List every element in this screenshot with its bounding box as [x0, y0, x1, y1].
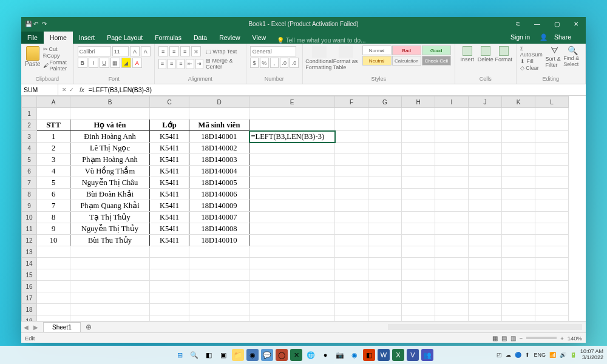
cell[interactable]: Lê Thị Ngọc — [70, 143, 150, 154]
align-mid-button[interactable]: ≡ — [169, 46, 179, 56]
cell[interactable] — [189, 269, 249, 281]
cell[interactable] — [335, 304, 368, 315]
cell[interactable] — [70, 108, 150, 120]
cell[interactable] — [502, 315, 535, 322]
cell[interactable] — [535, 177, 569, 189]
cell[interactable]: K54I1 — [150, 235, 189, 246]
align-right-button[interactable]: ≡ — [177, 59, 185, 69]
row-header[interactable]: 3 — [22, 131, 37, 143]
align-bot-button[interactable]: ≡ — [180, 46, 190, 56]
tray-icon[interactable]: ⬆ — [525, 352, 530, 358]
volume-icon[interactable]: 🔊 — [560, 352, 566, 358]
cell[interactable] — [249, 189, 335, 200]
cell[interactable] — [368, 269, 402, 281]
row-header[interactable]: 19 — [22, 315, 37, 322]
cell[interactable] — [435, 212, 469, 223]
cell[interactable] — [368, 200, 402, 212]
zoom-slider[interactable] — [526, 337, 557, 339]
cell[interactable] — [335, 212, 368, 223]
chrome-icon[interactable]: ● — [319, 349, 331, 361]
cell[interactable]: K54I1 — [150, 177, 189, 189]
cell[interactable] — [535, 189, 569, 200]
cell[interactable] — [249, 223, 335, 235]
cell[interactable] — [368, 189, 402, 200]
underline-button[interactable]: U — [100, 58, 109, 68]
cell[interactable] — [435, 166, 469, 177]
cell[interactable] — [402, 200, 435, 212]
cell[interactable] — [335, 292, 368, 304]
cell[interactable]: 9 — [37, 223, 70, 235]
cut-button[interactable]: ✂ Cut — [43, 46, 70, 52]
search-icon[interactable]: 🔍 — [188, 349, 200, 361]
cell[interactable] — [435, 235, 469, 246]
cell[interactable]: 18D140001 — [189, 131, 249, 143]
row-header[interactable]: 8 — [22, 189, 37, 200]
cell[interactable] — [535, 223, 569, 235]
row-header[interactable]: 6 — [22, 166, 37, 177]
column-header[interactable]: F — [335, 96, 368, 108]
cell[interactable] — [402, 166, 435, 177]
shrink-font-button[interactable]: A — [141, 46, 151, 56]
merge-center-button[interactable]: ⊞ Merge & Center — [206, 58, 242, 70]
cell[interactable] — [150, 304, 189, 315]
cell[interactable] — [535, 258, 569, 269]
cell[interactable] — [535, 292, 569, 304]
cell[interactable] — [402, 108, 435, 120]
cell[interactable]: 6 — [37, 189, 70, 200]
cell[interactable]: 8 — [37, 212, 70, 223]
cell[interactable]: 18D140004 — [189, 166, 249, 177]
cell[interactable] — [249, 315, 335, 322]
teams-icon[interactable]: 👥 — [421, 349, 433, 361]
cell[interactable] — [249, 177, 335, 189]
cell[interactable]: 1 — [37, 131, 70, 143]
cell[interactable] — [368, 166, 402, 177]
cell[interactable] — [435, 143, 469, 154]
wifi-icon[interactable]: 📶 — [549, 352, 556, 358]
cell[interactable] — [249, 154, 335, 166]
cell[interactable] — [469, 304, 502, 315]
app-icon[interactable]: ✕ — [290, 349, 302, 361]
cell[interactable] — [335, 269, 368, 281]
cell[interactable] — [70, 304, 150, 315]
cell[interactable] — [37, 292, 70, 304]
cell[interactable]: K54I1 — [150, 154, 189, 166]
cell[interactable] — [249, 143, 335, 154]
dec-inc-button[interactable]: .0 — [280, 58, 288, 68]
cell[interactable]: Vũ Hồng Thắm — [70, 166, 150, 177]
zoom-in-icon[interactable]: + — [560, 335, 564, 342]
cell[interactable] — [502, 235, 535, 246]
explorer-icon[interactable]: 📁 — [232, 349, 244, 361]
view-break-icon[interactable]: ▥ — [510, 335, 516, 342]
cell[interactable] — [249, 166, 335, 177]
grow-font-button[interactable]: A — [130, 46, 140, 56]
indent-dec-button[interactable]: ⇤ — [186, 59, 194, 69]
cell[interactable] — [469, 258, 502, 269]
cell[interactable] — [37, 304, 70, 315]
app-icon[interactable]: ◧ — [363, 349, 375, 361]
style-calculation[interactable]: Calculation — [392, 56, 421, 66]
undo-icon[interactable]: ↶ — [33, 21, 39, 27]
view-normal-icon[interactable]: ▦ — [492, 335, 498, 342]
align-center-button[interactable]: ≡ — [168, 59, 175, 69]
tray-icon[interactable]: ◰ — [497, 352, 502, 358]
cell[interactable] — [469, 108, 502, 120]
row-header[interactable]: 18 — [22, 304, 37, 315]
cell[interactable] — [435, 223, 469, 235]
cell[interactable] — [502, 212, 535, 223]
cell[interactable] — [150, 108, 189, 120]
cell[interactable] — [502, 131, 535, 143]
cell[interactable] — [435, 258, 469, 269]
enter-formula-icon[interactable]: ✓ — [69, 87, 74, 93]
cell[interactable] — [435, 177, 469, 189]
cell[interactable] — [435, 131, 469, 143]
cell[interactable] — [435, 269, 469, 281]
cell[interactable] — [435, 304, 469, 315]
cell[interactable] — [402, 120, 435, 131]
cell[interactable] — [502, 120, 535, 131]
fill-color-button[interactable]: ◢ — [121, 58, 131, 68]
cell[interactable] — [335, 246, 368, 258]
tray-icon[interactable]: 🔵 — [515, 352, 521, 358]
sheet-nav-next-icon[interactable]: ▶ — [31, 324, 41, 331]
column-header[interactable]: G — [368, 96, 402, 108]
cell[interactable]: 4 — [37, 166, 70, 177]
